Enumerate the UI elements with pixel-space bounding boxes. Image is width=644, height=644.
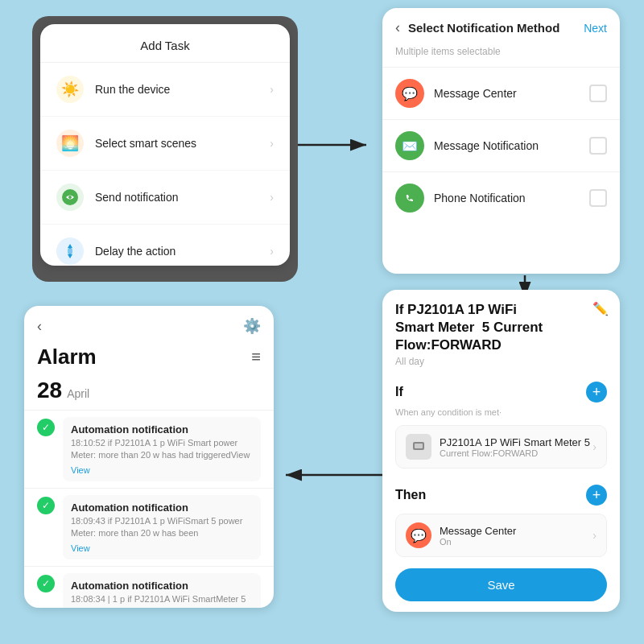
condition-card[interactable]: PJ2101A 1P WiFi Smart Meter 5 Current Fl… (395, 425, 607, 469)
alarm-view-link-1[interactable]: View (71, 543, 253, 553)
alarm-date: 28 April (24, 378, 274, 410)
notification-subtitle: Multiple items selectable (382, 43, 620, 67)
alarm-panel: ‹ ⚙️ Alarm ≡ 28 April ✓ Automation notif… (24, 306, 274, 608)
alarm-notif-title-1: Automation notification (71, 502, 253, 514)
alarm-day: 28 (37, 378, 62, 403)
then-section-header: Then + (382, 477, 620, 510)
alarm-title-row: Alarm ≡ (24, 341, 274, 378)
phone-notification-label: Phone Notification (434, 192, 589, 204)
alarm-item-2: ✓ Automation notification 18:08:34 | 1 p… (24, 566, 274, 608)
condition-name: PJ2101A 1P WiFi Smart Meter 5 (440, 436, 592, 448)
alarm-notif-title-2: Automation notification (71, 580, 253, 592)
task-item-delay-action[interactable]: Delay the action › (40, 225, 290, 266)
smart-scenes-label: Select smart scenes (95, 137, 270, 150)
send-notification-label: Send notification (95, 191, 270, 204)
phone-notification-checkbox[interactable] (589, 189, 607, 207)
run-device-icon: ☀️ (56, 76, 84, 103)
notification-method-panel: ‹ Select Notification Method Next Multip… (382, 8, 620, 274)
delay-action-label: Delay the action (95, 245, 270, 258)
back-button[interactable]: ‹ (395, 19, 400, 36)
then-item-detail: On (440, 537, 592, 547)
notif-item-phone-notification[interactable]: Phone Notification (382, 171, 620, 224)
alarm-content-2: Automation notification 18:08:34 | 1 p i… (63, 573, 261, 608)
svg-rect-5 (415, 444, 423, 448)
smart-scenes-icon: 🌅 (56, 130, 84, 157)
alarm-check-2: ✓ (37, 575, 55, 592)
task-item-smart-scenes[interactable]: 🌅 Select smart scenes › (40, 117, 290, 171)
automation-subtitle: All day (382, 354, 620, 374)
phone-notification-icon (395, 184, 424, 213)
alarm-top-bar: ‹ ⚙️ (24, 306, 274, 341)
alarm-notif-title-0: Automation notification (71, 423, 253, 436)
alarm-item-1: ✓ Automation notification 18:09:43 if PJ… (24, 488, 274, 566)
then-item-name: Message Center (440, 525, 592, 537)
notification-title: Select Notification Method (408, 21, 584, 35)
then-card[interactable]: 💬 Message Center On › (395, 514, 607, 557)
if-section-header: If + (382, 374, 620, 407)
if-condition-text: When any condition is met· (382, 407, 620, 422)
then-add-button[interactable]: + (586, 485, 607, 506)
task-item-run-device[interactable]: ☀️ Run the device › (40, 63, 290, 117)
if-label: If (395, 385, 586, 399)
automation-title: If PJ2101A 1P WiFiSmart Meter 5 CurrentF… (395, 301, 588, 354)
then-message-center-icon: 💬 (406, 522, 431, 548)
then-label: Then (395, 488, 586, 502)
delay-action-icon (56, 237, 84, 265)
smart-scenes-chevron: › (270, 137, 274, 150)
alarm-month: April (67, 387, 89, 400)
message-notification-checkbox[interactable] (589, 137, 607, 155)
add-task-header: Add Task (40, 24, 290, 63)
alarm-menu-icon[interactable]: ≡ (251, 348, 261, 366)
next-button[interactable]: Next (584, 22, 607, 35)
alarm-content-1: Automation notification 18:09:43 if PJ21… (63, 495, 261, 559)
run-device-chevron: › (270, 83, 274, 96)
then-chevron: › (592, 529, 597, 542)
alarm-content-0: Automation notification 18:10:52 if PJ21… (63, 417, 261, 481)
save-button[interactable]: Save (395, 568, 607, 601)
message-notification-label: Message Notification (434, 139, 589, 152)
condition-chevron: › (592, 440, 597, 453)
alarm-check-1: ✓ (37, 497, 55, 514)
send-notification-chevron: › (270, 191, 274, 204)
svg-rect-3 (402, 191, 417, 205)
alarm-settings-icon[interactable]: ⚙️ (243, 317, 261, 335)
notification-header: ‹ Select Notification Method Next (382, 8, 620, 43)
condition-detail: Current Flow:FORWARD (440, 448, 592, 458)
if-add-button[interactable]: + (586, 382, 607, 402)
run-device-label: Run the device (95, 83, 270, 96)
send-notification-icon (56, 184, 84, 211)
notif-item-message-notification[interactable]: ✉️ Message Notification (382, 119, 620, 171)
alarm-notif-body-1: 18:09:43 if PJ2101A 1 p WiFiSmart 5 powe… (71, 515, 253, 540)
alarm-back-button[interactable]: ‹ (37, 318, 42, 335)
alarm-check-0: ✓ (37, 419, 55, 436)
alarm-notif-body-0: 18:10:52 if PJ2101A 1 p WiFi Smart power… (71, 437, 253, 462)
alarm-notif-body-2: 18:08:34 | 1 p if PJ2101A WiFi SmartMete… (71, 593, 253, 608)
then-text: Message Center On (440, 525, 592, 547)
svg-rect-2 (68, 249, 72, 254)
task-item-send-notification[interactable]: Send notification › (40, 171, 290, 225)
delay-action-chevron: › (270, 245, 274, 258)
message-center-label: Message Center (434, 87, 589, 100)
alarm-item-0: ✓ Automation notification 18:10:52 if PJ… (24, 410, 274, 488)
edit-icon[interactable]: ✏️ (592, 301, 609, 316)
alarm-title: Alarm (37, 345, 251, 369)
message-center-icon: 💬 (395, 79, 424, 108)
add-task-panel: Add Task ☀️ Run the device › 🌅 Select sm… (40, 24, 290, 266)
notif-item-message-center[interactable]: 💬 Message Center (382, 67, 620, 119)
alarm-view-link-0[interactable]: View (71, 465, 253, 475)
condition-device-icon (406, 434, 431, 460)
svg-point-1 (68, 196, 72, 199)
message-center-checkbox[interactable] (589, 85, 607, 102)
message-notification-icon: ✉️ (395, 131, 424, 160)
condition-text: PJ2101A 1P WiFi Smart Meter 5 Current Fl… (440, 436, 592, 458)
automation-detail-panel: If PJ2101A 1P WiFiSmart Meter 5 CurrentF… (382, 290, 620, 612)
